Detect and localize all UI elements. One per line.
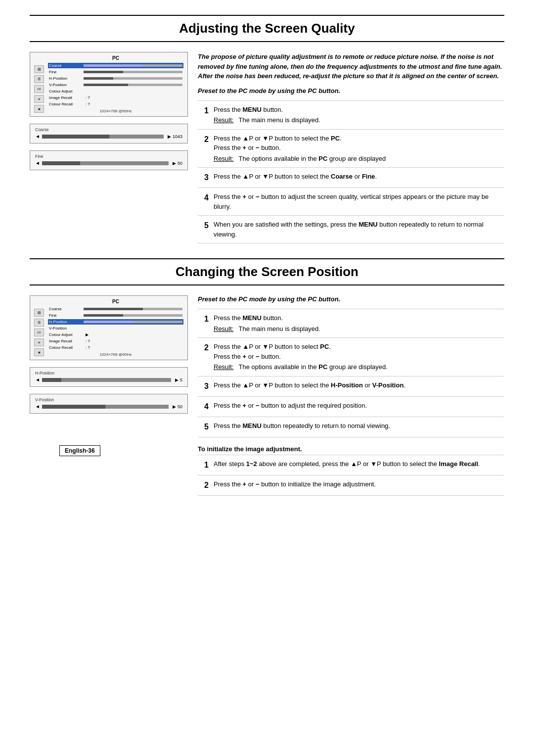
section2-steps: 1 Press the MENU button. Result: The mai… bbox=[198, 309, 504, 437]
step2-4: 4 Press the + or − button to adjust the … bbox=[198, 396, 504, 417]
icon2-box-1: ▤ bbox=[34, 309, 44, 317]
icon2-box-4: ⊞ bbox=[34, 338, 44, 346]
initialize-section: To initialize the image adjustment. 1 Af… bbox=[198, 443, 504, 496]
icon-box-5: ▣ bbox=[34, 105, 44, 113]
section2-right: Preset to the PC mode by using the PC bu… bbox=[198, 295, 504, 496]
slider-fine-track bbox=[42, 161, 169, 165]
monitor-resolution-2: 1024×768 @60Hz bbox=[48, 352, 183, 357]
slider-v-left: ◄ bbox=[35, 404, 40, 409]
icon2-box-5: ▣ bbox=[34, 348, 44, 356]
section1-content: ▤ ☰ CH ⊞ ▣ PC Coarse Fi bbox=[30, 42, 504, 253]
monitor2-item-colour-recall: Colour Recall : ? bbox=[48, 345, 183, 350]
step2-5: 5 Press the MENU button repeatedly to re… bbox=[198, 417, 504, 437]
monitor-menu-1: PC Coarse Fine H-Position bbox=[48, 55, 183, 113]
slider-hpos-value: ▶ 5 bbox=[175, 378, 182, 382]
section1-right: The propose of picture quality adjustmen… bbox=[198, 52, 504, 243]
step1-2: 2 Press the ▲P or ▼P button to select th… bbox=[198, 129, 504, 168]
slider-fine-value: ▶ 50 bbox=[173, 161, 182, 166]
monitor-menu-2: PC Coarse Fine H-Position bbox=[48, 299, 183, 357]
init-step-2: 2 Press the + or − button to initialize … bbox=[198, 475, 504, 496]
monitor-icons-1: ▤ ☰ CH ⊞ ▣ bbox=[34, 55, 44, 113]
slider-fine: Fine ◄ ▶ 50 bbox=[30, 150, 188, 170]
monitor-item-fine: Fine bbox=[48, 69, 183, 75]
step2-2: 2 Press the ▲P or ▼P button to select PC… bbox=[198, 337, 504, 376]
initialize-steps: 1 After steps 1~2 above are completed, p… bbox=[198, 455, 504, 496]
monitor2-item-fine: Fine bbox=[48, 313, 183, 318]
slider-coarse-value: ▶ 1043 bbox=[168, 134, 182, 139]
page: Adjusting the Screen Quality ▤ ☰ CH ⊞ ▣ … bbox=[0, 0, 534, 756]
section2-preset-note: Preset to the PC mode by using the PC bu… bbox=[198, 295, 504, 303]
monitor2-item-vpos: V-Position bbox=[48, 326, 183, 331]
monitor-pc-label-2: PC bbox=[48, 299, 183, 304]
monitor2-item-coarse: Coarse bbox=[48, 306, 183, 312]
section2-header: Changing the Screen Position bbox=[30, 258, 504, 285]
step1-5: 5 When you are satisfied with the settin… bbox=[198, 215, 504, 243]
monitor-pc-label-1: PC bbox=[48, 55, 183, 61]
step1-4: 4 Press the + or − button to adjust the … bbox=[198, 188, 504, 215]
monitor-item-vpos: V-Position bbox=[48, 82, 183, 88]
step2-1: 1 Press the MENU button. Result: The mai… bbox=[198, 309, 504, 337]
section1-steps: 1 Press the MENU button. Result: The mai… bbox=[198, 100, 504, 244]
initialize-heading: To initialize the image adjustment. bbox=[198, 445, 504, 453]
section1-left: ▤ ☰ CH ⊞ ▣ PC Coarse Fi bbox=[30, 52, 188, 243]
init-step-1: 1 After steps 1~2 above are completed, p… bbox=[198, 455, 504, 475]
monitor-item-hpos: H-Position bbox=[48, 76, 183, 81]
slider-coarse: Coarse ◄ ▶ 1043 bbox=[30, 124, 188, 143]
monitor-diagram-1: ▤ ☰ CH ⊞ ▣ PC Coarse Fi bbox=[30, 52, 188, 117]
slider-left-arrow: ◄ bbox=[35, 134, 40, 139]
icon2-box-3: CH bbox=[34, 329, 44, 336]
section1-preset-note: Preset to the PC mode by using the PC bu… bbox=[198, 87, 504, 94]
step1-3: 3 Press the ▲P or ▼P button to select th… bbox=[198, 167, 504, 188]
section1-title: Adjusting the Screen Quality bbox=[49, 21, 485, 36]
monitor2-item-hpos: H-Position bbox=[48, 319, 183, 325]
monitor-item-colour-adj: Colour Adjust bbox=[48, 89, 183, 94]
slider-vposition: V-Position ◄ ▶ 50 bbox=[30, 394, 188, 414]
slider-vpos-track bbox=[42, 405, 169, 409]
section2-content: ▤ ☰ CH ⊞ ▣ PC Coarse Fine bbox=[30, 285, 504, 506]
section2-left: ▤ ☰ CH ⊞ ▣ PC Coarse Fine bbox=[30, 295, 188, 496]
monitor-icons-2: ▤ ☰ CH ⊞ ▣ bbox=[34, 299, 44, 357]
page-number: English-36 bbox=[59, 445, 100, 456]
step1-1: 1 Press the MENU button. Result: The mai… bbox=[198, 100, 504, 129]
section1-intro: The propose of picture quality adjustmen… bbox=[198, 52, 504, 81]
icon-box-3: CH bbox=[34, 85, 44, 93]
slider-coarse-track bbox=[42, 135, 164, 139]
monitor2-item-colour-adj: Colour Adjust ▶ bbox=[48, 332, 183, 337]
icon-box-2: ☰ bbox=[34, 75, 44, 83]
slider-hposition: H-Position ◄ ▶ 5 bbox=[30, 367, 188, 387]
slider-h-left: ◄ bbox=[35, 377, 40, 382]
icon-box-4: ⊞ bbox=[34, 95, 44, 103]
icon2-box-2: ☰ bbox=[34, 319, 44, 327]
slider-vpos-value: ▶ 50 bbox=[173, 404, 182, 409]
icon-box-1: ▤ bbox=[34, 65, 44, 73]
step2-3: 3 Press the ▲P or ▼P button to select th… bbox=[198, 376, 504, 396]
monitor-resolution-1: 1024×768 @60Hz bbox=[48, 109, 183, 113]
section2-title: Changing the Screen Position bbox=[49, 264, 485, 280]
section1-header: Adjusting the Screen Quality bbox=[30, 15, 504, 42]
monitor-item-coarse: Coarse bbox=[48, 63, 183, 68]
slider-hpos-track bbox=[42, 378, 172, 382]
monitor-diagram-2: ▤ ☰ CH ⊞ ▣ PC Coarse Fine bbox=[30, 295, 188, 360]
slider-fine-left-arrow: ◄ bbox=[35, 160, 40, 166]
monitor-item-colour-recall: Colour Recall : ? bbox=[48, 101, 183, 107]
monitor-item-image-recall: Image Recall : ? bbox=[48, 95, 183, 100]
monitor2-item-image-recall: Image Recall : ? bbox=[48, 338, 183, 344]
